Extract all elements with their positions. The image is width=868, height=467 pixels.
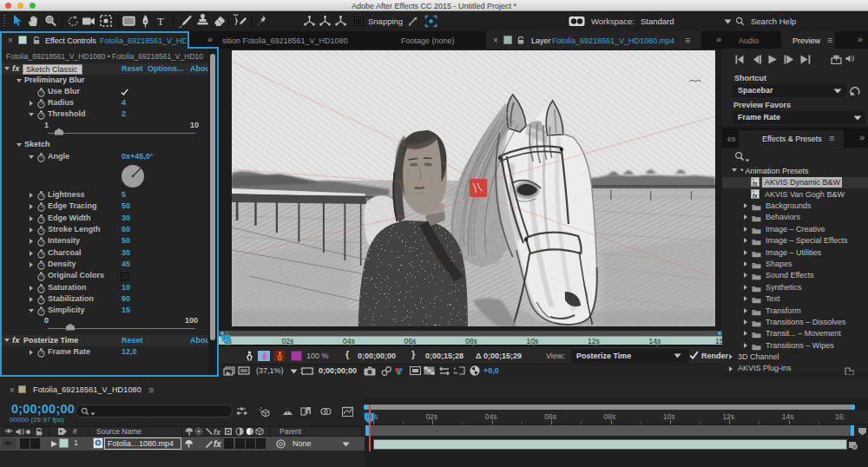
svg-text:fx: fx xyxy=(753,181,758,187)
svg-text:fx: fx xyxy=(753,192,758,198)
svg-text:fx: fx xyxy=(214,428,221,436)
svg-text:fx: fx xyxy=(214,439,221,449)
